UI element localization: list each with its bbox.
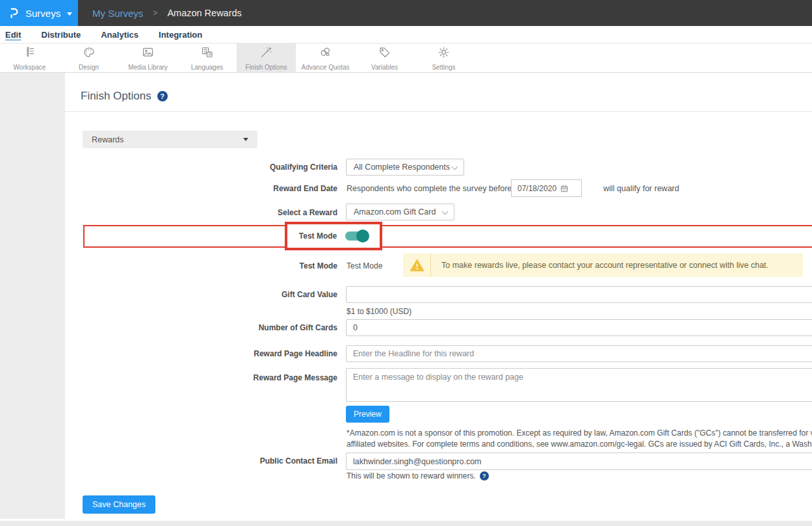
select-a-reward-value: Amazon.com Gift Card bbox=[354, 207, 436, 217]
finish-options-panel: Finish Options ? Rewards Qualifying Crit… bbox=[65, 73, 812, 521]
annotation-band bbox=[83, 225, 812, 248]
chevron-down-icon bbox=[442, 209, 449, 215]
chevron-down-icon bbox=[67, 12, 72, 16]
disclaimer-line-1: *Amazon.com is not a sponsor of this pro… bbox=[347, 428, 812, 439]
toolbar-item-languages[interactable]: A Languages bbox=[177, 44, 237, 72]
number-of-gift-cards-label: Number of Gift Cards bbox=[65, 323, 337, 332]
toolbar-item-finish-options[interactable]: Finish Options bbox=[237, 44, 296, 72]
finish-options-wand-icon bbox=[259, 46, 273, 62]
number-of-gift-cards-input[interactable] bbox=[346, 319, 812, 336]
tab-integration[interactable]: Integration bbox=[159, 30, 202, 40]
left-gutter bbox=[0, 73, 65, 519]
reward-end-date-field bbox=[511, 179, 582, 197]
media-library-icon bbox=[141, 46, 155, 62]
toolbar-item-advance-quotas[interactable]: Advance Quotas bbox=[296, 44, 355, 72]
surveys-menu[interactable]: Surveys bbox=[0, 0, 78, 26]
reward-end-date-prefix: Respondents who complete the survey befo… bbox=[347, 184, 512, 193]
warning-message: To make rewards live, please contact you… bbox=[441, 261, 768, 270]
breadcrumb-separator: > bbox=[153, 8, 157, 18]
calendar-icon[interactable] bbox=[560, 184, 569, 193]
help-icon[interactable]: ? bbox=[157, 91, 168, 101]
toolbar-item-label: Workspace bbox=[14, 64, 46, 71]
section-selector-value: Rewards bbox=[92, 135, 124, 144]
workspace-icon bbox=[23, 46, 36, 62]
warning-triangle-icon bbox=[403, 258, 430, 273]
annotation-highlight-box: Test Mode bbox=[285, 222, 382, 250]
questionpro-logo-icon bbox=[7, 7, 20, 20]
languages-icon: A bbox=[200, 46, 214, 62]
toolbar-item-media-library[interactable]: Media Library bbox=[118, 44, 177, 72]
page-title: Finish Options bbox=[81, 90, 151, 103]
test-mode-warning: To make rewards live, please contact you… bbox=[403, 254, 803, 277]
settings-gear-icon bbox=[437, 46, 451, 62]
toolbar-item-label: Advance Quotas bbox=[302, 64, 350, 71]
main-nav-tabs: Edit Distribute Analytics Integration bbox=[0, 26, 812, 44]
reward-end-date-label: Reward End Date bbox=[65, 184, 337, 193]
qualifying-criteria-label: Qualifying Criteria bbox=[65, 163, 337, 172]
reward-page-headline-label: Reward Page Headline bbox=[65, 349, 337, 358]
reward-page-message-textarea[interactable] bbox=[346, 368, 812, 402]
variables-tag-icon bbox=[378, 46, 391, 62]
title-divider bbox=[65, 111, 812, 112]
reward-page-message-label: Reward Page Message bbox=[65, 373, 337, 382]
gift-card-value-helper: $1 to $1000 (USD) bbox=[347, 307, 412, 316]
toolbar-item-label: Design bbox=[79, 64, 99, 71]
tab-distribute[interactable]: Distribute bbox=[42, 30, 81, 40]
top-bar: Surveys My Surveys > Amazon Rewards bbox=[0, 0, 812, 26]
breadcrumb-my-surveys[interactable]: My Surveys bbox=[92, 8, 143, 19]
public-contact-email-input[interactable] bbox=[346, 453, 812, 470]
chevron-down-icon bbox=[243, 138, 248, 141]
tab-edit[interactable]: Edit bbox=[5, 30, 21, 40]
toolbar-item-settings[interactable]: Settings bbox=[414, 44, 473, 72]
chevron-down-icon bbox=[452, 164, 458, 170]
toolbar-item-label: Languages bbox=[191, 64, 224, 71]
public-contact-email-helper: This will be shown to reward winners. bbox=[347, 471, 476, 480]
breadcrumb-current-survey: Amazon Rewards bbox=[167, 8, 241, 18]
save-changes-button[interactable]: Save Changes bbox=[83, 495, 155, 514]
toolbar-item-design[interactable]: Design bbox=[59, 44, 118, 72]
section-selector-dropdown[interactable]: Rewards bbox=[83, 131, 257, 148]
reward-end-date-suffix: will qualify for reward bbox=[603, 184, 679, 193]
svg-text:A: A bbox=[208, 52, 211, 57]
edit-toolbar: Workspace Design Media Library A bbox=[0, 44, 812, 73]
toolbar-item-variables[interactable]: Variables bbox=[355, 44, 414, 72]
select-a-reward-select[interactable]: Amazon.com Gift Card bbox=[346, 204, 454, 220]
toolbar-item-label: Settings bbox=[432, 64, 455, 71]
preview-button[interactable]: Preview bbox=[346, 406, 389, 423]
advance-quotas-links-icon bbox=[319, 46, 332, 62]
test-mode-status-label: Test Mode bbox=[65, 261, 337, 270]
design-icon bbox=[82, 46, 96, 62]
breadcrumb: My Surveys > Amazon Rewards bbox=[92, 0, 242, 26]
reward-page-headline-input[interactable] bbox=[346, 345, 812, 362]
qualifying-criteria-value: All Complete Respondents bbox=[354, 163, 450, 172]
gift-card-value-input[interactable] bbox=[346, 286, 812, 303]
reward-end-date-input[interactable] bbox=[512, 184, 560, 193]
toolbar-item-label: Media Library bbox=[128, 64, 168, 71]
public-contact-email-label: Public Contact Email bbox=[65, 456, 337, 466]
amazon-disclaimer: *Amazon.com is not a sponsor of this pro… bbox=[347, 428, 812, 450]
test-mode-toggle[interactable] bbox=[345, 231, 368, 241]
gift-card-value-label: Gift Card Value bbox=[65, 290, 337, 299]
test-mode-status-value: Test Mode bbox=[347, 261, 382, 270]
toolbar-item-workspace[interactable]: Workspace bbox=[0, 44, 59, 72]
toolbar-item-label: Finish Options bbox=[246, 64, 287, 71]
warning-divider bbox=[430, 254, 431, 277]
qualifying-criteria-select[interactable]: All Complete Respondents bbox=[346, 159, 464, 176]
test-mode-toggle-label: Test Mode bbox=[299, 231, 337, 241]
brand-label: Surveys bbox=[25, 8, 60, 19]
toolbar-item-label: Variables bbox=[371, 64, 398, 71]
toggle-knob bbox=[356, 230, 369, 243]
help-icon[interactable]: ? bbox=[480, 471, 489, 480]
bottom-gutter bbox=[0, 521, 812, 526]
disclaimer-line-2: affiliated websites. For complete terms … bbox=[347, 439, 812, 450]
select-a-reward-label: Select a Reward bbox=[65, 208, 337, 217]
tab-analytics[interactable]: Analytics bbox=[101, 30, 138, 40]
